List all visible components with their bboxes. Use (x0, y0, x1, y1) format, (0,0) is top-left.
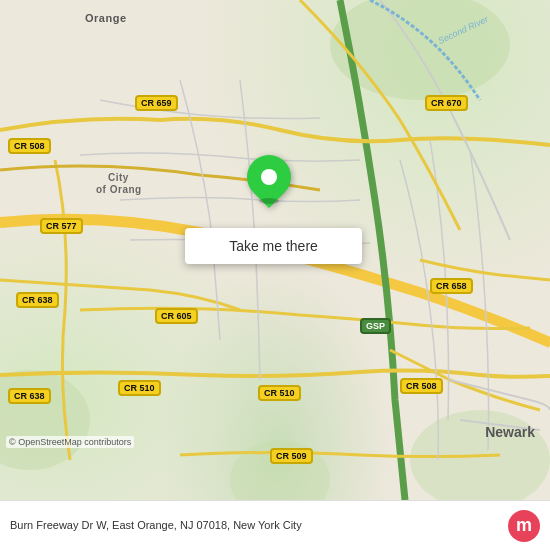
city-of-orange-label: City (108, 172, 129, 183)
map-container: Orange City of Orang Second River CR 508… (0, 0, 550, 500)
cr510a-badge: CR 510 (118, 380, 161, 396)
osm-credit: © OpenStreetMap contributors (6, 436, 134, 448)
address-line1: Burn Freeway Dr W, East Orange, NJ 07018… (10, 519, 230, 531)
moovit-logo: m (508, 510, 540, 542)
cr638a-badge: CR 638 (16, 292, 59, 308)
gsp-badge: GSP (360, 318, 391, 334)
cr509-badge: CR 509 (270, 448, 313, 464)
address-line2: New York City (233, 519, 301, 531)
cr510b-badge: CR 510 (258, 385, 301, 401)
city-of-orange-label2: of Orang (96, 184, 142, 195)
orange-city-label: Orange (85, 12, 127, 24)
cr670-badge: CR 670 (425, 95, 468, 111)
bottom-address: Burn Freeway Dr W, East Orange, NJ 07018… (10, 518, 508, 532)
cr508-badge: CR 508 (8, 138, 51, 154)
cr605-badge: CR 605 (155, 308, 198, 324)
bottom-bar: Burn Freeway Dr W, East Orange, NJ 07018… (0, 500, 550, 550)
map-pin-shadow (259, 198, 279, 204)
take-me-there-button[interactable]: Take me there (185, 228, 362, 264)
cr508b-badge: CR 508 (400, 378, 443, 394)
cr658-badge: CR 658 (430, 278, 473, 294)
moovit-m-icon: m (508, 510, 540, 542)
cr638b-badge: CR 638 (8, 388, 51, 404)
cr659-badge: CR 659 (135, 95, 178, 111)
svg-point-1 (0, 370, 90, 470)
newark-city-label: Newark (485, 424, 535, 440)
cr577-badge: CR 577 (40, 218, 83, 234)
